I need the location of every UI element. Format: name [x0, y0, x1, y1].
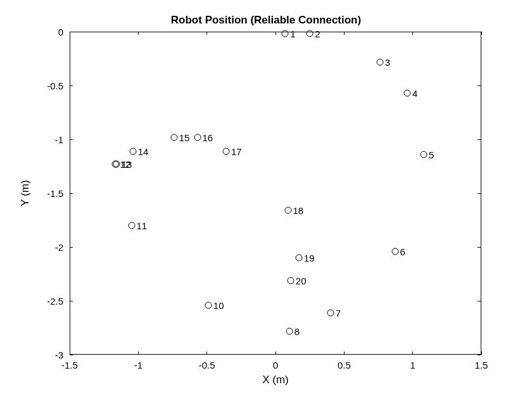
x-tick-label: -1.5: [61, 360, 78, 370]
y-tick-label: -1.5: [47, 188, 63, 199]
data-point-label: 10: [213, 300, 224, 310]
x-tick: [412, 352, 413, 355]
x-tick: [344, 352, 345, 355]
data-point-label: 6: [400, 246, 405, 256]
y-axis-label-text: Y (m): [19, 180, 32, 206]
y-tick-label: -3: [55, 350, 63, 360]
data-point-label: 15: [179, 132, 190, 142]
y-tick: [478, 32, 481, 32]
y-tick: [70, 32, 73, 32]
data-point-label: 16: [203, 132, 213, 142]
chart-title: Robot Position (Reliable Connection): [0, 14, 532, 27]
x-tick: [206, 32, 207, 35]
data-point-marker: [128, 222, 135, 229]
data-point-marker: [286, 327, 293, 334]
data-point-marker: [376, 58, 383, 65]
x-tick: [412, 32, 413, 35]
data-point-marker: [223, 148, 230, 155]
y-axis-label: Y (m): [19, 32, 32, 355]
data-point-marker: [284, 207, 291, 214]
x-tick: [138, 32, 139, 35]
data-point-label: 2: [315, 28, 320, 39]
axes-box: [70, 32, 481, 355]
x-tick: [276, 32, 276, 35]
data-point-label: 19: [304, 253, 315, 263]
x-tick: [481, 32, 482, 35]
data-point-label: 3: [385, 56, 390, 67]
data-point-marker: [170, 134, 177, 141]
data-point-label: 14: [138, 146, 149, 156]
data-point-label: 5: [429, 149, 434, 160]
y-tick-label: 0: [58, 27, 63, 37]
data-point-marker: [129, 148, 136, 155]
x-tick-label: 1: [410, 360, 415, 370]
data-point-marker: [391, 248, 398, 255]
y-tick-label: -2: [55, 242, 63, 253]
data-point-label: 7: [336, 307, 341, 318]
data-point-marker: [421, 151, 428, 158]
y-tick: [478, 193, 481, 194]
y-tick: [478, 139, 481, 140]
data-point-label: 18: [293, 205, 304, 216]
y-tick: [70, 86, 73, 86]
data-point-marker: [205, 301, 212, 308]
y-tick-label: -1: [55, 134, 63, 145]
x-tick: [70, 32, 70, 35]
x-tick: [276, 352, 276, 355]
y-tick: [70, 139, 73, 140]
y-tick: [70, 355, 73, 355]
y-tick-label: -2.5: [47, 296, 63, 307]
x-tick-label: -0.5: [199, 360, 215, 370]
x-tick-label: 1.5: [475, 360, 488, 370]
data-point-marker: [194, 134, 201, 141]
data-point-marker: [307, 30, 314, 37]
data-point-label: 1: [290, 28, 295, 39]
data-point-marker: [113, 161, 120, 168]
data-point-label: 4: [412, 87, 417, 98]
x-tick: [344, 32, 345, 35]
y-tick: [478, 247, 481, 248]
figure: Robot Position (Reliable Connection) X (…: [0, 0, 532, 399]
data-point-label: 17: [231, 146, 242, 156]
x-axis-label: X (m): [70, 374, 481, 386]
y-tick: [478, 301, 481, 301]
y-tick: [478, 355, 481, 355]
y-tick-label: -0.5: [47, 80, 63, 91]
data-point-label: 11: [137, 220, 148, 231]
data-point-marker: [287, 277, 294, 284]
data-point-marker: [327, 309, 334, 316]
x-tick: [138, 352, 139, 355]
x-tick-label: 0.5: [338, 360, 351, 370]
data-point-label: 8: [294, 326, 300, 336]
data-point-marker: [404, 89, 411, 96]
y-tick: [70, 193, 73, 194]
x-tick-label: 0: [273, 360, 278, 370]
y-tick: [70, 301, 73, 301]
x-tick-label: -1: [134, 360, 142, 370]
y-tick: [478, 86, 481, 86]
data-point-marker: [295, 255, 302, 262]
x-tick: [481, 352, 482, 355]
x-tick: [206, 352, 207, 355]
data-point-label: 20: [296, 275, 307, 286]
y-tick: [70, 247, 73, 248]
data-point-label: 13: [122, 159, 132, 170]
data-point-marker: [282, 30, 289, 37]
